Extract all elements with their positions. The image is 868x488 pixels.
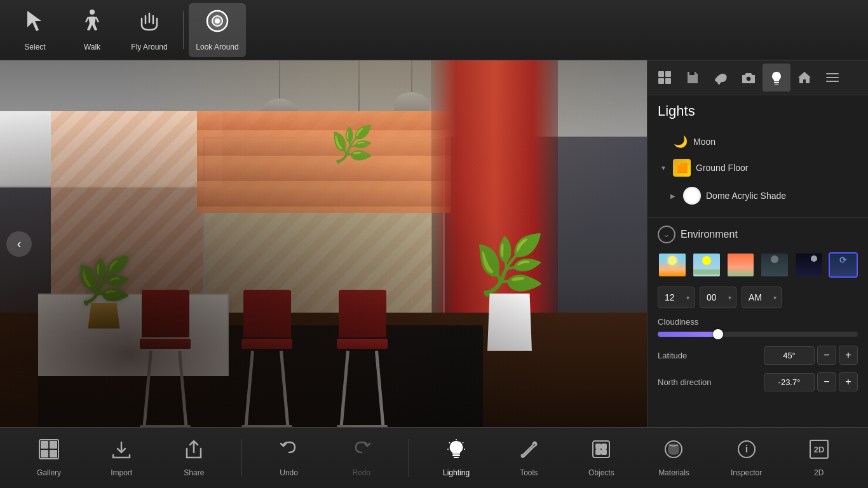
- env-preset-2[interactable]: [692, 252, 721, 278]
- env-chevron-icon: ⌄: [658, 226, 675, 243]
- look-around-tool[interactable]: Look Around: [189, 3, 246, 57]
- tools-icon: [518, 438, 539, 464]
- environment-header[interactable]: ⌄ Environment: [658, 226, 858, 243]
- north-direction-label: North direction: [658, 377, 712, 387]
- latitude-decrease-btn[interactable]: −: [817, 346, 836, 365]
- fly-around-tool[interactable]: Fly Around: [121, 3, 178, 57]
- time-row: 12123 4567 891011 ▾ 00153045 ▾ AMPM ▾: [658, 287, 858, 308]
- svg-rect-11: [775, 84, 778, 85]
- undo-btn[interactable]: Undo: [264, 431, 315, 485]
- preset-3-visual: [728, 254, 754, 276]
- latitude-label: Latitude: [658, 351, 687, 360]
- tools-label: Tools: [520, 468, 538, 477]
- fly-around-label: Fly Around: [131, 43, 167, 51]
- redo-icon: [351, 438, 372, 464]
- tools-btn[interactable]: Tools: [503, 431, 554, 485]
- panel-home-btn[interactable]: [790, 64, 818, 92]
- north-direction-increase-btn[interactable]: +: [839, 372, 858, 391]
- svg-line-23: [463, 442, 463, 444]
- import-label: Import: [111, 468, 132, 477]
- panel-lighting-btn[interactable]: [763, 64, 790, 92]
- 2d-icon: 2D: [808, 438, 830, 464]
- dome-shade-thumb: [683, 187, 701, 205]
- latitude-row: Latitude 45° − +: [658, 346, 858, 365]
- preset-5-visual: [796, 254, 822, 276]
- ground-floor-arrow: ▼: [660, 165, 668, 172]
- svg-rect-16: [41, 441, 48, 449]
- inspector-btn[interactable]: i Inspector: [721, 431, 772, 485]
- env-preset-5[interactable]: [794, 252, 824, 278]
- viewport[interactable]: 🌿 🌿 🌿 ‹: [0, 60, 647, 427]
- environment-title: Environment: [681, 229, 738, 240]
- latitude-controls: 45° − +: [764, 346, 858, 365]
- north-direction-row: North direction -23.7° − +: [658, 372, 858, 391]
- north-direction-decrease-btn[interactable]: −: [817, 372, 836, 391]
- lighting-label: Lighting: [443, 468, 470, 477]
- walk-icon: [79, 8, 105, 39]
- redo-btn[interactable]: Redo: [336, 431, 387, 485]
- svg-rect-13: [826, 77, 839, 78]
- env-preset-3[interactable]: [726, 252, 756, 278]
- nav-arrow-left[interactable]: ‹: [6, 231, 32, 257]
- lighting-icon: [445, 438, 467, 464]
- panel-camera-btn[interactable]: [735, 64, 763, 92]
- svg-rect-14: [826, 81, 839, 82]
- cloudiness-fill: [658, 332, 718, 337]
- scene-overlay: [0, 60, 647, 427]
- panel-paint-btn[interactable]: [707, 64, 735, 92]
- svg-rect-8: [689, 72, 695, 75]
- minute-select-wrapper: 00153045 ▾: [700, 287, 736, 308]
- hand-icon: [137, 8, 162, 39]
- svg-rect-6: [658, 78, 664, 84]
- svg-rect-18: [41, 450, 48, 458]
- env-preset-1[interactable]: [658, 252, 687, 278]
- svg-text:i: i: [745, 444, 747, 454]
- north-direction-value: -23.7°: [764, 373, 815, 391]
- hour-select[interactable]: 12123 4567 891011: [658, 287, 695, 308]
- preset-2-visual: [693, 254, 720, 276]
- share-label: Share: [184, 468, 204, 477]
- svg-rect-7: [665, 78, 671, 84]
- svg-point-0: [90, 10, 95, 15]
- tree-item-dome-shade[interactable]: ▶ Dome Acrylic Shade: [658, 182, 858, 210]
- moon-icon: 🌙: [673, 135, 688, 149]
- gallery-btn[interactable]: Gallery: [24, 431, 74, 485]
- latitude-increase-btn[interactable]: +: [839, 346, 858, 365]
- panel-icons-row: [648, 60, 868, 95]
- latitude-value: 45°: [764, 346, 815, 365]
- scene-background: 🌿 🌿 🌿 ‹: [0, 60, 647, 427]
- 2d-btn[interactable]: 2D 2D: [794, 431, 844, 485]
- objects-btn[interactable]: Objects: [576, 431, 627, 485]
- materials-label: Materials: [658, 468, 689, 477]
- top-toolbar: Select Walk Fly Around: [0, 0, 868, 60]
- svg-rect-30: [596, 450, 600, 454]
- lights-title: Lights: [658, 103, 858, 119]
- period-select[interactable]: AMPM: [742, 287, 782, 308]
- cloudiness-slider[interactable]: [658, 332, 858, 337]
- panel-objects-btn[interactable]: [651, 64, 679, 92]
- cloudiness-thumb[interactable]: [713, 329, 723, 339]
- share-btn[interactable]: Share: [168, 431, 219, 485]
- panel-list-btn[interactable]: [818, 64, 846, 92]
- minute-select[interactable]: 00153045: [700, 287, 736, 308]
- tree-item-moon[interactable]: 🌙 Moon: [658, 130, 858, 154]
- materials-btn[interactable]: Materials: [648, 431, 699, 485]
- preset-1-visual: [659, 254, 686, 276]
- dome-arrow: ▶: [670, 193, 678, 200]
- import-btn[interactable]: Import: [96, 431, 147, 485]
- lighting-btn[interactable]: Lighting: [431, 431, 482, 485]
- panel-save-btn[interactable]: [679, 64, 707, 92]
- svg-text:2D: 2D: [813, 445, 824, 454]
- env-preset-4[interactable]: [760, 252, 789, 278]
- redo-label: Redo: [352, 468, 370, 477]
- svg-line-25: [449, 442, 450, 444]
- env-preset-6[interactable]: ⟳: [829, 252, 858, 278]
- 2d-label: 2D: [814, 468, 824, 477]
- svg-rect-27: [593, 441, 609, 458]
- walk-tool[interactable]: Walk: [64, 3, 121, 57]
- ground-floor-thumb: 🟧: [673, 159, 691, 177]
- undo-icon: [278, 438, 300, 464]
- walk-label: Walk: [84, 43, 100, 51]
- select-tool[interactable]: Select: [6, 3, 64, 57]
- tree-item-ground-floor[interactable]: ▼ 🟧 Ground Floor: [658, 154, 858, 182]
